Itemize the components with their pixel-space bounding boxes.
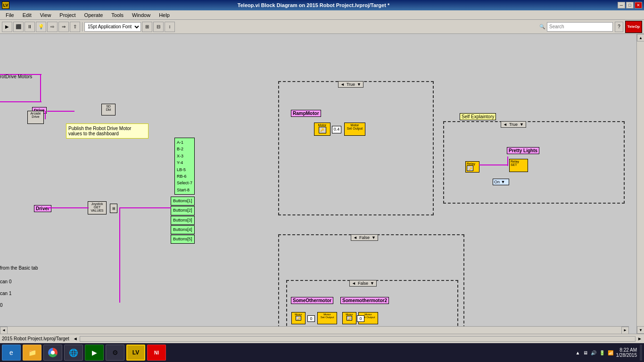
motor-block-2[interactable]: Motor 🔑 [291,312,305,324]
toolbar: ▶ ⬛ ⏸ 💡 ⇨ ⇒ ⇧ 15pt Application Font ⊞ ⊟ … [0,20,644,34]
inner-false-case-box [286,280,458,334]
chrome-button[interactable] [43,345,62,361]
self-explanatory-label: Self Explaintory [460,113,496,120]
menu-view[interactable]: View [36,11,55,19]
main-area: rotDrive Motors Drive Arcade Drive SD Db… [0,34,644,334]
taskbar-time: 8:22 AM [619,347,637,353]
window-controls[interactable]: ─ □ ✕ [618,2,642,8]
signal-icon: 📶 [608,350,613,355]
highlight-button[interactable]: 💡 [36,22,46,32]
motor-block-3[interactable]: Motor 🔑 [342,312,356,324]
relay-block-1[interactable]: Relay 🔑 [465,161,479,173]
resize-button[interactable]: ↕ [165,22,175,32]
status-bar: 2015 Robot Project.lvproj/Target ◄ ► [0,334,644,343]
from-basic-tab: from the Basic tab [0,265,38,271]
menu-window[interactable]: Window [128,11,154,19]
motor-set-output-2[interactable]: Motor Set Output [317,312,337,324]
menu-bar: File Edit View Project Operate Tools Win… [0,10,644,20]
some-other-motor-2-label: Somemothermotor2 [340,297,389,304]
taskbar: e 📁 🌐 ▶ ⚙ LV NI ▲ 🖥 🔊 🔋 📶 8:22 AM 1/28/2… [0,343,644,362]
motor-set-output-1[interactable]: Motor Set Output [344,123,365,136]
false-selector-1[interactable]: ◄ False ▼ [351,234,378,241]
volume-icon: 🔊 [591,350,596,355]
scroll-right-btn[interactable]: ► [621,327,629,334]
scroll-left-btn[interactable]: ◄ [0,327,8,334]
settings-button[interactable]: ⚙ [106,345,124,361]
help-button[interactable]: ? [615,22,623,32]
toolbar-separator-1 [82,22,83,32]
v-scrollbar[interactable]: ▲ ▼ [636,34,644,334]
true-case-box [278,81,434,215]
btn-output-1: Buttons[1] [171,197,195,206]
can-0-label: can 0 [0,279,11,284]
on-dropdown[interactable]: On ▼ [493,179,509,185]
iteration-node[interactable]: ⊞ [110,204,117,213]
search-input[interactable] [547,22,613,32]
step-into-button[interactable]: ⇨ [47,22,58,32]
diagram-canvas[interactable]: rotDrive Motors Drive Arcade Drive SD Db… [0,34,636,334]
window-title: Teleop.vi Block Diagram on 2015 Robot Pr… [9,2,618,8]
h-scrollbar[interactable]: ◄ ► [0,326,629,334]
button-outputs-list: Buttons[1] Buttons[2] Buttons[3] Buttons… [171,197,195,244]
maximize-button[interactable]: □ [626,2,634,8]
media-player-button[interactable]: ▶ [85,345,104,361]
menu-project[interactable]: Project [56,11,79,19]
stop-button[interactable]: ⬛ [13,22,24,32]
network-icon: 🖥 [583,350,588,355]
taskbar-date: 1/28/2015 [616,353,637,358]
btn-output-2: Buttons[2] [171,206,195,215]
menu-help[interactable]: Help [155,11,173,19]
note-box: Publish the Robot Drive Motor values to … [66,123,149,139]
distribute-button[interactable]: ⊟ [153,22,164,32]
zero-label: 0 [0,303,3,308]
relay-set-block[interactable]: Relay SET [509,159,528,172]
pretty-lights-label: Pretty Lights [507,147,539,154]
firefox-button[interactable]: 🌐 [64,345,83,361]
status-project: 2015 Robot Project.lvproj/Target [2,336,69,341]
search-icon: 🔍 [539,24,545,29]
menu-file[interactable]: File [2,11,18,19]
run-button[interactable]: ▶ [2,22,12,32]
title-bar: LV Teleop.vi Block Diagram on 2015 Robot… [0,0,644,10]
ni-button[interactable]: NI [147,345,166,361]
menu-operate[interactable]: Operate [81,11,107,19]
drive-block[interactable]: Arcade Drive [27,111,44,124]
motor-value-3[interactable]: 0 [357,315,364,322]
rot-drive-motors-label: rotDrive Motors [0,74,32,79]
menu-tools[interactable]: Tools [107,11,127,19]
font-selector[interactable]: 15pt Application Font [84,22,141,32]
false-selector-2[interactable]: ◄ False ▼ [349,280,377,287]
teleop-badge: TeleOp [625,21,642,33]
menu-edit[interactable]: Edit [19,11,35,19]
show-desktop-btn[interactable] [640,345,642,361]
tray-arrow[interactable]: ▲ [576,350,580,355]
btn-output-4: Buttons[4] [171,225,195,234]
close-button[interactable]: ✕ [635,2,642,8]
motor-value-2[interactable]: 0 [307,315,315,322]
pause-button[interactable]: ⏸ [25,22,35,32]
labview-button[interactable]: LV [126,345,145,361]
ramp-motor-label: RampMotor [291,110,321,117]
scroll-down-btn[interactable]: ▼ [637,326,644,334]
self-explanatory-true-selector[interactable]: ◄ True ▼ [501,121,526,128]
axis-labels-list: A-1 B-2 X-3 Y-4 LB-5 RB-6 Select-7 Start… [174,138,195,195]
some-other-motor-label: SomeOthermotor [291,297,333,304]
app-icon: LV [2,1,9,9]
btn-output-5: Buttons[5] [171,235,195,244]
align-button[interactable]: ⊞ [142,22,152,32]
step-out-button[interactable]: ⇧ [70,22,80,32]
scroll-up-btn[interactable]: ▲ [637,34,644,41]
status-scrollbar-indicator: ◄ [73,336,78,341]
motor-value-1[interactable]: 0.4 [332,126,341,133]
step-over-button[interactable]: ⇒ [58,22,69,32]
ie-button[interactable]: e [2,345,21,361]
file-explorer-button[interactable]: 📁 [23,345,41,361]
true-selector[interactable]: ◄ True ▼ [338,81,363,88]
joystick-block[interactable]: Joystick GET VALUES [88,201,107,214]
minimize-button[interactable]: ─ [618,2,625,8]
driver-label: Driver [34,205,51,212]
sd-block[interactable]: SD Dbl [101,104,116,115]
can-1-label: can 1 [0,291,11,296]
motor-block-1[interactable]: Motor 🔑 [314,123,330,136]
battery-icon: 🔋 [599,350,605,355]
